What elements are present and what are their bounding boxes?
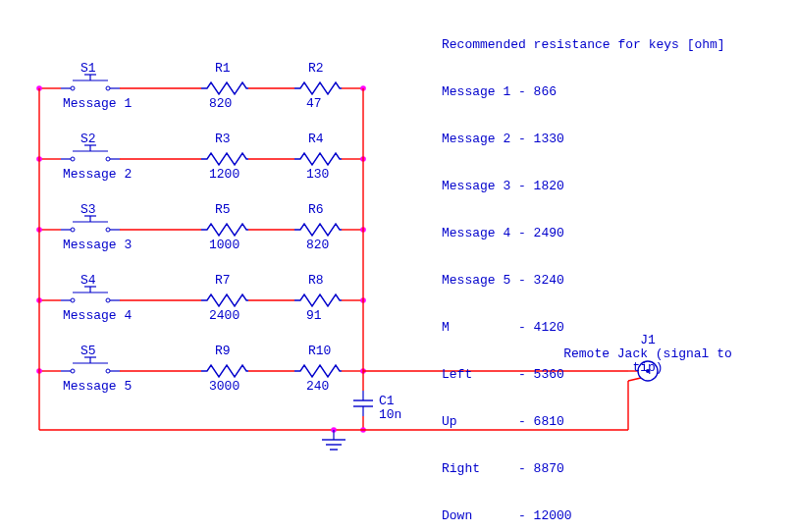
resistor-value: 3000 [209,379,239,394]
switch-name: Message 3 [63,238,132,252]
ground-symbol-icon [322,430,345,450]
notes-line: Right - 8870 [442,461,725,477]
resistor-refdes: R3 [215,132,231,146]
cap-label-block: C1 10n [379,395,401,422]
switch-name: Message 2 [63,167,132,182]
resistor-refdes: R10 [308,344,331,358]
resistor-refdes: R6 [308,202,324,217]
resistor-refdes: R1 [215,61,231,76]
notes-line: Message 5 - 3240 [442,273,725,289]
resistor-value: 1200 [209,167,239,182]
switch-name: Message 4 [63,308,132,323]
resistor-r9 [201,365,248,377]
resistor-refdes: R2 [308,61,324,76]
notes-line: Message 2 - 1330 [442,132,725,147]
resistor-refdes: R5 [215,202,231,217]
notes-title: Recommended resistance for keys [ohm] [442,37,725,53]
switch-refdes: S4 [80,273,96,288]
resistor-value: 1000 [209,238,239,252]
notes-line: Up - 6810 [442,414,725,430]
resistor-r4 [294,153,342,165]
switch-s2 [61,145,120,161]
resistor-r5 [201,224,248,236]
resistor-r8 [294,294,342,306]
switch-name: Message 1 [63,96,132,111]
resistor-r2 [294,82,342,94]
switch-s4 [61,287,120,302]
switch-refdes: S5 [80,344,96,358]
ground-symbol [322,430,345,450]
schematic-row-5 [36,357,366,377]
resistor-value: 240 [306,379,329,394]
resistor-value: 91 [306,308,322,323]
resistor-value: 820 [306,238,329,252]
cap-refdes: C1 [379,395,401,408]
resistor-refdes: R4 [308,132,324,146]
resistor-value: 130 [306,167,329,182]
resistor-r7 [201,294,248,306]
resistor-value: 820 [209,96,232,111]
capacitor-symbol [353,391,373,416]
switch-refdes: S3 [80,202,96,217]
cap-value: 10n [379,408,401,422]
capacitor-c1 [353,391,373,416]
resistor-refdes: R7 [215,273,231,288]
resistor-refdes: R8 [308,273,324,288]
jack-label-block: J1 Remote Jack (signal to tip) [559,334,736,375]
schematic-row-1 [36,75,366,94]
notes-line: Message 4 - 2490 [442,226,725,241]
switch-refdes: S2 [80,132,96,146]
notes-block: Recommended resistance for keys [ohm] Me… [442,6,725,532]
switch-refdes: S1 [80,61,96,76]
jack-refdes: J1 [559,334,736,347]
resistor-r3 [201,153,248,165]
resistor-refdes: R9 [215,344,231,358]
notes-line: Message 1 - 866 [442,84,725,100]
schematic-row-3 [36,216,366,236]
notes-line: Down - 12000 [442,508,725,524]
schematic-row-4 [36,287,366,306]
schematic-row-2 [36,145,366,165]
switch-name: Message 5 [63,379,132,394]
switch-s1 [61,75,120,90]
resistor-r10 [294,365,342,377]
resistor-r6 [294,224,342,236]
switch-s5 [61,357,120,373]
jack-desc: Remote Jack (signal to tip) [559,347,736,375]
notes-line: Message 3 - 1820 [442,179,725,194]
switch-s3 [61,216,120,232]
resistor-r1 [201,82,248,94]
resistor-value: 2400 [209,308,239,323]
resistor-value: 47 [306,96,322,111]
